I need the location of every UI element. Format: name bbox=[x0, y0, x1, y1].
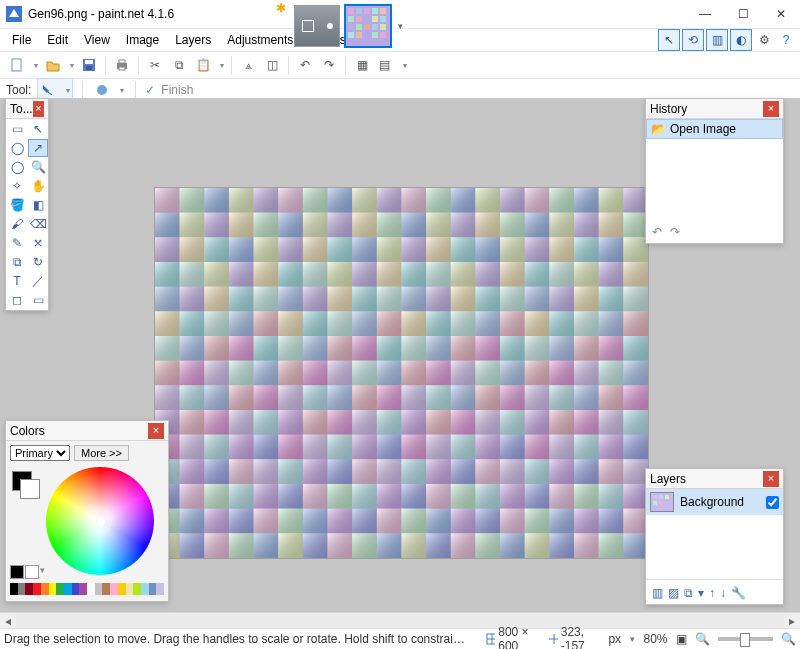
settings-icon[interactable]: ⚙ bbox=[754, 30, 774, 50]
canvas[interactable]: (function(){ var svg=document.currentScr… bbox=[155, 188, 648, 558]
tool-magic-wand[interactable]: ✧ bbox=[7, 177, 27, 195]
redo-button[interactable]: ↷ bbox=[318, 54, 340, 76]
document-thumb[interactable] bbox=[294, 5, 340, 47]
tool-rectangle[interactable]: ▭ bbox=[28, 291, 48, 309]
history-item[interactable]: 📂 Open Image bbox=[646, 119, 783, 139]
primary-secondary-swatch[interactable] bbox=[12, 471, 38, 497]
thumb-dropdown-icon[interactable]: ▾ bbox=[396, 21, 405, 31]
open-button[interactable] bbox=[42, 54, 76, 76]
status-units[interactable]: px ▾ bbox=[608, 632, 635, 646]
svg-rect-290 bbox=[377, 336, 403, 362]
zoom-slider[interactable] bbox=[718, 637, 774, 641]
menu-file[interactable]: File bbox=[4, 31, 39, 49]
layers-window-icon[interactable]: ▥ bbox=[706, 29, 728, 51]
tool-pan[interactable]: ✋ bbox=[28, 177, 48, 195]
status-zoom[interactable]: 80% bbox=[643, 632, 667, 646]
print-button[interactable] bbox=[111, 54, 133, 76]
finish-button[interactable]: Finish bbox=[161, 83, 193, 97]
layer-movedown-icon[interactable]: ↓ bbox=[720, 586, 726, 600]
history-undo-icon[interactable]: ↶ bbox=[652, 225, 662, 239]
tool-zoom[interactable]: 🔍 bbox=[28, 158, 48, 176]
tool-eraser[interactable]: ⌫ bbox=[28, 215, 48, 233]
zoom-out-icon[interactable]: 🔍 bbox=[695, 632, 710, 646]
maximize-button[interactable]: ☐ bbox=[724, 0, 762, 28]
save-button[interactable] bbox=[78, 54, 100, 76]
svg-rect-628 bbox=[599, 533, 625, 558]
color-wheel[interactable] bbox=[46, 467, 154, 575]
minimize-button[interactable]: — bbox=[686, 0, 724, 28]
svg-rect-492 bbox=[402, 459, 428, 485]
layers-panel[interactable]: Layers× Background ▥ ▨ ⧉ ▾ ↑ ↓ 🔧 bbox=[645, 468, 784, 605]
layers-panel-close[interactable]: × bbox=[763, 471, 779, 487]
grid-button[interactable]: ▦ bbox=[351, 54, 373, 76]
menu-image[interactable]: Image bbox=[118, 31, 167, 49]
copy-button[interactable]: ⧉ bbox=[168, 54, 190, 76]
tools-window-icon[interactable]: ↖ bbox=[658, 29, 680, 51]
colors-panel[interactable]: Colors× Primary More >> ▾ bbox=[5, 420, 169, 602]
history-window-icon[interactable]: ⟲ bbox=[682, 29, 704, 51]
tool-move-selection[interactable]: ↗ bbox=[28, 139, 48, 157]
ruler-button[interactable]: ▤ bbox=[375, 54, 409, 76]
tool-ellipse-select[interactable]: ◯ bbox=[7, 158, 27, 176]
layer-properties-icon[interactable]: 🔧 bbox=[731, 586, 746, 600]
menu-edit[interactable]: Edit bbox=[39, 31, 76, 49]
colors-panel-title: Colors bbox=[10, 424, 45, 438]
layer-duplicate-icon[interactable]: ⧉ bbox=[684, 586, 693, 600]
layer-moveup-icon[interactable]: ↑ bbox=[709, 586, 715, 600]
help-icon[interactable]: ? bbox=[776, 30, 796, 50]
menu-view[interactable]: View bbox=[76, 31, 118, 49]
tool-paintbucket[interactable]: 🪣 bbox=[7, 196, 27, 214]
history-panel[interactable]: History× 📂 Open Image ↶ ↷ bbox=[645, 98, 784, 244]
color-wheel-cursor[interactable] bbox=[96, 517, 106, 527]
color-mode-select[interactable]: Primary bbox=[10, 445, 70, 461]
more-button[interactable]: More >> bbox=[74, 445, 129, 461]
svg-rect-514 bbox=[180, 484, 206, 510]
layer-delete-icon[interactable]: ▨ bbox=[668, 586, 679, 600]
document-thumb-active[interactable] bbox=[344, 4, 392, 48]
horizontal-scrollbar[interactable]: ◂ ▸ bbox=[0, 612, 800, 629]
zoom-fit-icon[interactable]: ▣ bbox=[676, 632, 687, 646]
layer-item[interactable]: Background bbox=[646, 489, 783, 515]
layer-visible-checkbox[interactable] bbox=[766, 496, 779, 509]
scroll-right-icon[interactable]: ▸ bbox=[784, 614, 800, 628]
svg-rect-380 bbox=[500, 385, 526, 411]
layer-merge-icon[interactable]: ▾ bbox=[698, 586, 704, 600]
palette-strip[interactable] bbox=[10, 583, 164, 595]
colors-panel-close[interactable]: × bbox=[148, 423, 164, 439]
paste-button[interactable]: 📋 bbox=[192, 54, 226, 76]
tool-text[interactable]: T bbox=[7, 272, 27, 290]
tools-panel[interactable]: To...× ▭ ↖ ◯ ↗ ◯ 🔍 ✧ ✋ 🪣 ◧ 🖌 ⌫ ✎ ⤧ ⧉ ↻ T… bbox=[5, 98, 49, 311]
tool-lasso[interactable]: ◯ bbox=[7, 139, 27, 157]
svg-rect-246 bbox=[328, 311, 354, 337]
tool-recolor[interactable]: ↻ bbox=[28, 253, 48, 271]
cursor-icon bbox=[548, 633, 557, 645]
tool-shapes[interactable]: ◻ bbox=[7, 291, 27, 309]
zoom-in-icon[interactable]: 🔍 bbox=[781, 632, 796, 646]
menu-layers[interactable]: Layers bbox=[167, 31, 219, 49]
colors-window-icon[interactable]: ◐ bbox=[730, 29, 752, 51]
history-redo-icon[interactable]: ↷ bbox=[670, 225, 680, 239]
undo-button[interactable]: ↶ bbox=[294, 54, 316, 76]
tool-gradient[interactable]: ◧ bbox=[28, 196, 48, 214]
svg-rect-11 bbox=[380, 16, 386, 22]
tools-panel-close[interactable]: × bbox=[33, 101, 44, 117]
tool-clone[interactable]: ⧉ bbox=[7, 253, 27, 271]
cut-button[interactable]: ✂ bbox=[144, 54, 166, 76]
tool-move[interactable]: ↖ bbox=[28, 120, 48, 138]
deselect-button[interactable]: ◫ bbox=[261, 54, 283, 76]
svg-rect-566 bbox=[328, 509, 354, 535]
tool-brush[interactable]: 🖌 bbox=[7, 215, 27, 233]
tool-colorpicker[interactable]: ⤧ bbox=[28, 234, 48, 252]
bw-swatch-row[interactable]: ▾ bbox=[10, 565, 45, 579]
scroll-left-icon[interactable]: ◂ bbox=[0, 614, 16, 628]
crop-button[interactable]: ⟁ bbox=[237, 54, 259, 76]
close-button[interactable]: ✕ bbox=[762, 0, 800, 28]
new-button[interactable] bbox=[6, 54, 40, 76]
layer-add-icon[interactable]: ▥ bbox=[652, 586, 663, 600]
tool-rectangle-select[interactable]: ▭ bbox=[7, 120, 27, 138]
tool-pencil[interactable]: ✎ bbox=[7, 234, 27, 252]
tool-line[interactable]: ／ bbox=[28, 272, 48, 290]
history-panel-close[interactable]: × bbox=[763, 101, 779, 117]
svg-rect-6 bbox=[380, 8, 386, 14]
svg-rect-190 bbox=[623, 262, 648, 288]
